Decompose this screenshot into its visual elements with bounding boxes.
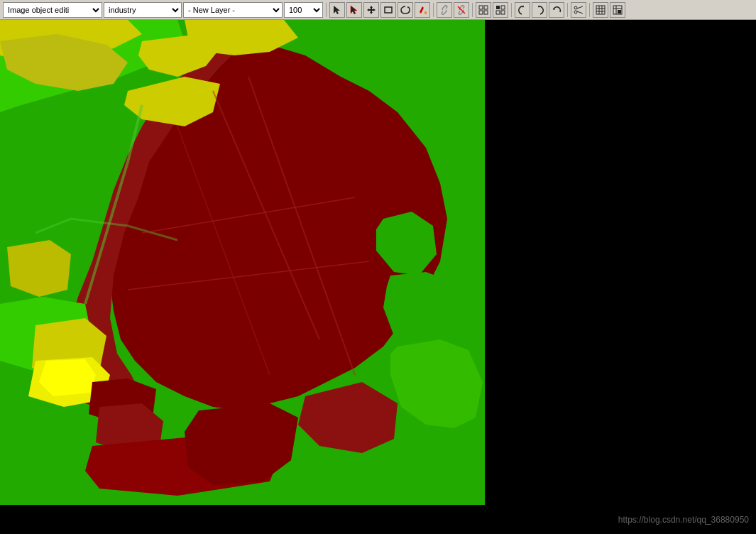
rect-tool[interactable] bbox=[380, 2, 396, 18]
svg-marker-3 bbox=[370, 12, 373, 14]
separator-5 bbox=[567, 3, 568, 17]
svg-marker-2 bbox=[370, 6, 373, 8]
rotate-left-tool[interactable] bbox=[515, 2, 530, 18]
svg-rect-18 bbox=[501, 11, 505, 14]
svg-rect-17 bbox=[496, 11, 500, 14]
layer-select[interactable]: industry bbox=[104, 2, 182, 18]
unlink-tool[interactable] bbox=[454, 2, 469, 18]
svg-marker-49 bbox=[7, 240, 71, 297]
bottom-bar: https://blog.csdn.net/qq_36880950 bbox=[0, 505, 756, 534]
svg-rect-9 bbox=[424, 11, 427, 14]
rotate-right-tool[interactable] bbox=[532, 2, 547, 18]
map-canvas[interactable] bbox=[0, 20, 485, 505]
separator-4 bbox=[511, 3, 512, 17]
toolbar: Image object editi industry - New Layer … bbox=[0, 0, 756, 20]
mode-select[interactable]: Image object editi bbox=[3, 2, 102, 18]
svg-rect-26 bbox=[596, 6, 605, 14]
svg-rect-16 bbox=[501, 6, 505, 9]
svg-marker-4 bbox=[367, 9, 369, 11]
svg-point-22 bbox=[574, 6, 577, 9]
objects-tool[interactable] bbox=[493, 2, 508, 18]
svg-marker-0 bbox=[334, 6, 340, 14]
svg-rect-15 bbox=[496, 6, 500, 9]
table-tool[interactable] bbox=[593, 2, 608, 18]
separator-1 bbox=[326, 3, 327, 17]
zoom-select[interactable]: 100 bbox=[284, 2, 323, 18]
svg-line-24 bbox=[577, 6, 583, 9]
svg-rect-14 bbox=[484, 11, 488, 14]
grid-tool[interactable] bbox=[476, 2, 491, 18]
svg-rect-11 bbox=[479, 6, 483, 9]
svg-rect-8 bbox=[385, 7, 392, 13]
export-tool[interactable] bbox=[610, 2, 625, 18]
svg-rect-13 bbox=[479, 11, 483, 14]
polygon-select-tool[interactable] bbox=[346, 2, 362, 18]
separator-3 bbox=[472, 3, 473, 17]
separator-2 bbox=[433, 3, 434, 17]
lasso-tool[interactable] bbox=[398, 2, 413, 18]
move-tool[interactable] bbox=[363, 2, 379, 18]
svg-marker-5 bbox=[373, 9, 376, 11]
new-layer-select[interactable]: - New Layer - bbox=[183, 2, 283, 18]
svg-rect-34 bbox=[618, 10, 621, 13]
svg-rect-7 bbox=[369, 9, 373, 11]
black-panel bbox=[485, 20, 756, 505]
select-tool[interactable] bbox=[329, 2, 345, 18]
svg-marker-1 bbox=[351, 6, 357, 14]
main-area: https://blog.csdn.net/qq_36880950 bbox=[0, 20, 756, 534]
svg-line-25 bbox=[577, 11, 583, 13]
separator-6 bbox=[589, 3, 590, 17]
svg-rect-12 bbox=[484, 6, 488, 9]
watermark: https://blog.csdn.net/qq_36880950 bbox=[618, 515, 749, 525]
paint-tool[interactable] bbox=[415, 2, 430, 18]
svg-point-23 bbox=[574, 11, 577, 13]
link-tool[interactable] bbox=[437, 2, 452, 18]
scissors-tool[interactable] bbox=[571, 2, 586, 18]
undo-tool[interactable] bbox=[549, 2, 564, 18]
